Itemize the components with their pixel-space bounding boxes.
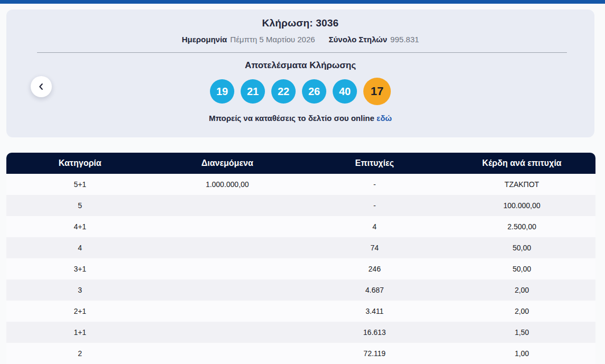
cell-winners: - — [301, 174, 448, 195]
chevron-left-icon — [36, 82, 46, 91]
cell-winners: 246 — [301, 258, 448, 279]
cell-prize: 100.000,00 — [448, 195, 596, 216]
column-header: Διανεμόμενα — [154, 153, 301, 174]
table-row: 34.6872,00 — [6, 279, 595, 301]
cell-winners: 16.613 — [301, 322, 448, 343]
cell-prize: 1,50 — [448, 322, 596, 343]
cell-category: 4 — [6, 237, 154, 258]
table-row: 5-100.000,00 — [6, 195, 595, 216]
table-row: 47450,00 — [6, 237, 595, 258]
cell-prize: 2.500,00 — [448, 216, 596, 237]
table-row: 2+13.4112,00 — [6, 301, 595, 322]
cell-winners: 4.687 — [301, 279, 448, 301]
total-columns-value: 995.831 — [390, 35, 419, 44]
column-header: Κατηγορία — [6, 153, 154, 174]
prize-table: ΚατηγορίαΔιανεμόμεναΕπιτυχίεςΚέρδη ανά ε… — [6, 153, 595, 364]
drawn-number: 26 — [302, 79, 326, 104]
cell-distributed — [154, 343, 301, 364]
draw-title: Κλήρωση: 3036 — [6, 10, 594, 29]
prize-table-body: 5+11.000.000,00-ΤΖΑΚΠΟΤ5-100.000,004+142… — [6, 174, 595, 364]
submit-online-link[interactable]: εδώ — [377, 114, 392, 123]
table-row: 4+142.500,00 — [6, 216, 595, 237]
cell-winners: 4 — [301, 216, 448, 237]
drawn-number: 19 — [210, 79, 234, 104]
table-row: 5+11.000.000,00-ΤΖΑΚΠΟΤ — [6, 174, 595, 195]
column-header: Επιτυχίες — [301, 153, 448, 174]
cell-category: 2 — [6, 343, 154, 364]
prize-table-header: ΚατηγορίαΔιανεμόμεναΕπιτυχίεςΚέρδη ανά ε… — [6, 153, 595, 174]
cell-winners: 3.411 — [301, 301, 448, 322]
cell-prize: 2,00 — [448, 301, 596, 322]
drawn-number: 22 — [271, 79, 296, 104]
table-row: 3+124650,00 — [6, 258, 595, 279]
date-label: Ημερομηνία — [182, 35, 227, 44]
cell-distributed — [154, 279, 301, 301]
cell-prize: 50,00 — [448, 258, 596, 279]
table-row: 272.1191,00 — [6, 343, 595, 364]
previous-draw-button[interactable] — [31, 76, 52, 97]
cell-winners: 74 — [301, 237, 448, 258]
cell-distributed — [154, 322, 301, 343]
cell-prize: ΤΖΑΚΠΟΤ — [448, 174, 596, 195]
cell-prize: 2,00 — [448, 279, 596, 301]
cell-winners: - — [301, 195, 448, 216]
total-columns: Σύνολο Στηλών 995.831 — [329, 35, 419, 44]
cell-category: 2+1 — [6, 301, 154, 322]
cell-prize: 1,00 — [448, 343, 596, 364]
draw-meta: Ημερομηνία Πέμπτη 5 Μαρτίου 2026 Σύνολο … — [6, 35, 594, 44]
draw-results-card: Κλήρωση: 3036 Ημερομηνία Πέμπτη 5 Μαρτίο… — [6, 10, 594, 137]
cell-category: 5 — [6, 195, 154, 216]
drawn-numbers-row: 192122264017 — [6, 78, 594, 105]
cell-winners: 72.119 — [301, 343, 448, 364]
column-header: Κέρδη ανά επιτυχία — [448, 153, 596, 174]
cell-distributed — [154, 258, 301, 279]
drawn-number: 40 — [333, 79, 357, 104]
cta-text: Μπορείς να καταθέσεις το δελτίο σου onli… — [209, 114, 374, 123]
results-section-title: Αποτελέσματα Κλήρωσης — [6, 60, 594, 71]
cell-category: 1+1 — [6, 322, 154, 343]
total-columns-label: Σύνολο Στηλών — [329, 35, 388, 44]
cell-distributed — [154, 301, 301, 322]
table-row: 1+116.6131,50 — [6, 322, 595, 343]
cell-distributed: 1.000.000,00 — [154, 174, 301, 195]
submit-online-text: Μπορείς να καταθέσεις το δελτίο σου onli… — [6, 114, 594, 123]
cell-category: 3+1 — [6, 258, 154, 279]
cell-category: 3 — [6, 279, 154, 301]
date-value: Πέμπτη 5 Μαρτίου 2026 — [230, 35, 315, 44]
cell-distributed — [154, 195, 301, 216]
cell-distributed — [154, 216, 301, 237]
cell-distributed — [154, 237, 301, 258]
top-accent-bar — [0, 0, 605, 4]
joker-number: 17 — [363, 78, 391, 105]
draw-date: Ημερομηνία Πέμπτη 5 Μαρτίου 2026 — [182, 35, 315, 44]
cell-category: 4+1 — [6, 216, 154, 237]
cell-prize: 50,00 — [448, 237, 596, 258]
divider — [37, 52, 567, 53]
drawn-number: 21 — [241, 79, 265, 104]
cell-category: 5+1 — [6, 174, 154, 195]
